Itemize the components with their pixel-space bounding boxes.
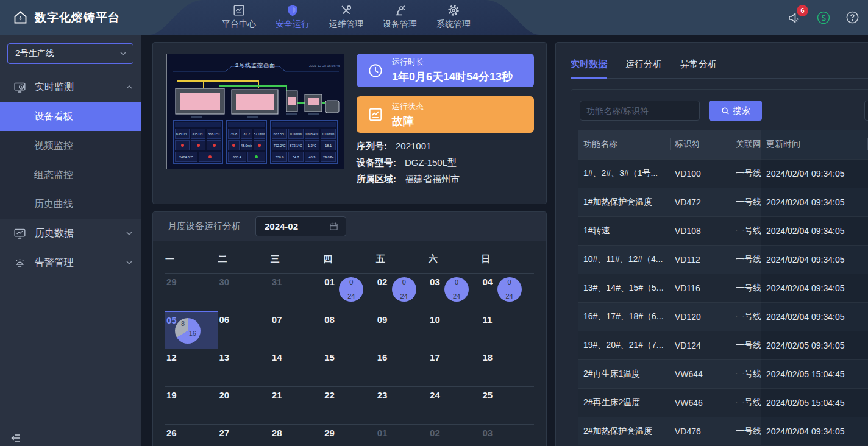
calendar-day-05[interactable]: 05816 [165,311,218,349]
status-label: 运行状态 [392,101,424,112]
calendar-day-17[interactable]: 17 [429,349,481,386]
sidebar-item-history-curve[interactable]: 历史曲线 [0,189,141,219]
cell-identifier: VD100 [670,169,731,179]
calendar-day-02[interactable]: 02 [429,425,481,446]
sidebar-group-alarm-management[interactable]: 告警管理 [0,248,141,277]
calendar-day-08[interactable]: 08 [323,311,375,349]
calendar-day-28[interactable]: 28 [271,425,323,446]
month-picker[interactable]: 2024-02 [255,216,346,236]
sidebar-menu: 实时监测 设备看板视频监控组态监控历史曲线 历史数据 告警管理 [0,73,141,277]
scada-value: 57.0min [254,129,265,139]
calendar-day-30[interactable]: 30 [218,274,270,311]
shield-icon [286,4,299,17]
cell-name: 2#加热保护套温度 [578,426,670,437]
status-dot-green [247,152,266,162]
calendar-day-20[interactable]: 20 [218,387,270,424]
main-nav: 平台中心安全运行运维管理设备管理系统管理 [219,4,473,30]
sidebar-item-video-monitor[interactable]: 视频监控 [0,131,141,160]
calendar-day-21[interactable]: 21 [271,387,323,424]
scada-timestamp: 2021-12-28 15:36:45 [309,64,340,68]
calendar-day-09[interactable]: 09 [376,311,429,349]
sidebar: 2号生产线 实时监测 设备看板视频监控组态监控历史曲线 历史数据 告警管理 [0,35,141,446]
tab-anomaly-analysis[interactable]: 异常分析 [680,58,717,78]
sidebar-submenu: 设备看板视频监控组态监控历史曲线 [0,102,141,219]
weekday-label: 三 [271,253,323,273]
weekday-label: 日 [482,253,534,273]
runtime-pie: 816 [175,318,201,344]
cell-gateway: 一号线 [731,168,761,179]
region-row: 所属区域: 福建省福州市 [357,174,460,185]
tab-operation-analysis[interactable]: 运行分析 [625,58,662,78]
calendar-day-29[interactable]: 29 [165,274,218,311]
nav-item-device-management[interactable]: 设备管理 [380,4,419,30]
sidebar-group-realtime-monitor[interactable]: 实时监测 [0,73,141,102]
search-button[interactable]: 搜索 [709,101,762,121]
nav-item-platform-center[interactable]: 平台中心 [219,4,258,30]
monthly-analysis-panel: 月度设备运行分析 2024-02 一二三四五六日 293031010240202… [152,211,547,446]
sidebar-item-device-board[interactable]: 设备看板 [0,102,141,131]
calendar-day-29[interactable]: 29 [323,425,375,446]
secondary-input-partial[interactable] [864,101,868,121]
scada-value: 18.1 [321,140,336,150]
scada-value: 29.0Pa [321,152,336,162]
calendar-day-24[interactable]: 24 [429,387,481,424]
calendar-day-07[interactable]: 07 [271,311,323,349]
cell-gateway: 一号线 [731,369,761,380]
cell-gateway: 一号线 [731,340,761,351]
cell-update-time: 2024/02/04 09:34:05 [761,245,868,274]
nav-item-system-management[interactable]: 系统管理 [434,4,473,30]
nav-item-safe-operation[interactable]: 安全运行 [273,4,312,30]
calendar-day-31[interactable]: 31 [271,274,323,311]
calendar-day-27[interactable]: 27 [218,425,270,446]
calendar-day-03[interactable]: 03024 [429,274,481,311]
cell-identifier: VD108 [670,226,731,236]
calendar-day-01[interactable]: 01 [376,425,429,446]
scada-value: 35.8 [228,129,240,139]
nav-item-ops-management[interactable]: 运维管理 [327,4,366,30]
cell-gateway: 一号线 [731,254,761,265]
calendar-day-22[interactable]: 22 [323,387,375,424]
calendar-day-03[interactable]: 03 [482,425,534,446]
calendar-day-19[interactable]: 19 [165,387,218,424]
calendar-day-23[interactable]: 23 [376,387,429,424]
scada-data-panels: 635.0°C305.0°C366.0°C2424.0°C35.831.257.… [173,120,338,164]
calendar-week-row: 29303101024020240302404024 [165,273,534,311]
calendar-day-14[interactable]: 14 [271,349,323,386]
clock-icon [368,63,383,79]
notification-badge: 6 [797,5,808,16]
home-bolt-logo-icon [12,9,29,26]
chevron-down-icon [119,50,127,57]
calendar-day-15[interactable]: 15 [323,349,375,386]
weekday-label: 六 [429,253,481,273]
collapse-sidebar-icon[interactable] [10,432,22,444]
calendar-day-06[interactable]: 06 [218,311,270,349]
tab-realtime-data[interactable]: 实时数据 [571,58,607,78]
search-input[interactable] [580,101,700,121]
sidebar-item-config-monitor[interactable]: 组态监控 [0,160,141,189]
weekday-label: 五 [376,253,429,273]
calendar-day-04[interactable]: 04024 [482,274,534,311]
calendar-day-26[interactable]: 26 [165,425,218,446]
calendar-day-02[interactable]: 02024 [376,274,429,311]
scada-value: 46.9 [305,152,320,162]
connection-icon[interactable] [816,10,831,25]
scada-value: 635.0°C [175,129,190,139]
scada-value: 0.0l/min [321,129,336,139]
calendar-day-16[interactable]: 16 [376,349,429,386]
calendar-day-25[interactable]: 25 [482,387,534,424]
calendar-day-11[interactable]: 11 [482,311,534,349]
calendar-day-18[interactable]: 18 [482,349,534,386]
calendar-day-10[interactable]: 10 [429,311,481,349]
cell-gateway: 一号线 [731,197,761,208]
app-header: 数字化熔铸平台 平台中心安全运行运维管理设备管理系统管理 6 [0,0,868,35]
cell-name: 10#、11#、12#（4... [578,254,670,265]
scada-value: 603.4 [228,152,246,162]
calendar-day-13[interactable]: 13 [218,349,270,386]
help-icon[interactable] [845,10,859,24]
production-line-select[interactable]: 2号生产线 [7,43,133,64]
calendar-day-12[interactable]: 12 [165,349,218,386]
sidebar-group-history-data[interactable]: 历史数据 [0,219,141,248]
col-header-id: 标识符 [670,139,731,150]
announcement-icon[interactable]: 6 [787,10,802,25]
calendar-day-01[interactable]: 01024 [323,274,375,311]
